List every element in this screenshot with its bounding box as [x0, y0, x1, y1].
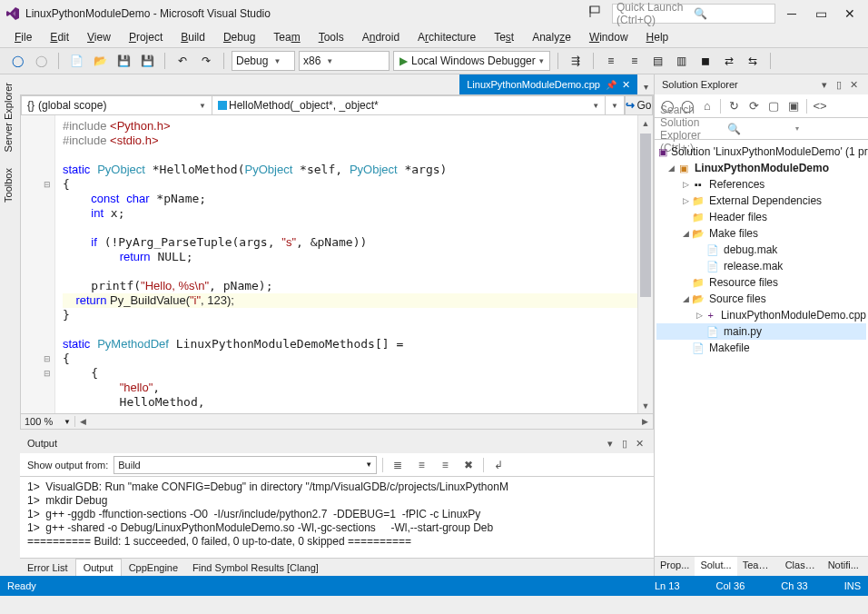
output-next-icon[interactable]: ≡ [436, 456, 454, 474]
save-icon[interactable]: 💾 [113, 51, 133, 71]
sol-sync-icon[interactable]: ↻ [725, 97, 743, 115]
tree-makefiles[interactable]: ◢📂Make files [656, 225, 866, 242]
zoom-combo[interactable]: 100 %▼ [21, 416, 75, 427]
maximize-button[interactable]: ▭ [808, 4, 833, 24]
output-close-icon[interactable]: ✕ [632, 438, 646, 450]
menu-build[interactable]: Build [173, 29, 212, 45]
scroll-up-icon[interactable]: ▲ [638, 115, 653, 131]
scroll-down-icon[interactable]: ▼ [638, 398, 653, 413]
server-explorer-tab[interactable]: Server Explorer [0, 74, 20, 160]
tb-indent-left-icon[interactable]: ≡ [601, 51, 621, 71]
menu-test[interactable]: Test [487, 29, 521, 45]
nav-spacer-dd[interactable]: ▼ [606, 96, 625, 114]
output-source-combo[interactable]: Build▼ [113, 456, 377, 474]
code-editor[interactable]: ⊟ ⊟⊟ #include <Python.h> #include <stdio… [21, 115, 653, 413]
config-combo[interactable]: Debug▼ [232, 51, 295, 71]
notification-flag-icon[interactable] [588, 5, 607, 23]
tree-sourcefiles[interactable]: ◢📂Source files [656, 291, 866, 307]
scroll-thumb[interactable] [640, 134, 651, 297]
tree-headerfiles[interactable]: 📁Header files [656, 209, 866, 225]
go-button[interactable]: ↪Go [625, 96, 652, 114]
menu-file[interactable]: File [7, 29, 39, 45]
output-text[interactable]: 1> VisualGDB: Run "make CONFIG=Debug" in… [20, 477, 654, 558]
tree-releasemak[interactable]: 📄release.mak [656, 258, 866, 274]
output-clear-icon[interactable]: ✖ [459, 456, 478, 474]
menu-tools[interactable]: Tools [311, 29, 351, 45]
tab-cppengine[interactable]: CppEngine [122, 560, 185, 576]
menu-help[interactable]: Help [639, 29, 676, 45]
tree-cppfile[interactable]: ▷+LinuxPythonModuleDemo.cpp [656, 307, 866, 323]
output-goto-icon[interactable]: ≣ [389, 456, 407, 474]
ptab-class[interactable]: Class... [780, 557, 823, 576]
sol-refresh-icon[interactable]: ⟳ [745, 97, 763, 115]
tab-output[interactable]: Output [75, 559, 122, 576]
solution-close-icon[interactable]: ✕ [846, 79, 861, 91]
menu-view[interactable]: View [80, 29, 118, 45]
ptab-notif[interactable]: Notifi... [823, 557, 864, 576]
menu-android[interactable]: Android [355, 29, 407, 45]
close-button[interactable]: ✕ [837, 4, 863, 24]
output-wrap-icon[interactable]: ↲ [489, 456, 508, 474]
tab-error-list[interactable]: Error List [20, 560, 75, 576]
tree-references[interactable]: ▷▪▪References [656, 176, 866, 193]
tree-resourcefiles[interactable]: 📁Resource files [656, 274, 866, 291]
output-pin-icon[interactable]: ▯ [617, 438, 632, 450]
nav-fwd-button[interactable]: ◯ [31, 51, 51, 71]
start-debug-button[interactable]: ▶Local Windows Debugger▾ [393, 51, 550, 71]
menu-edit[interactable]: Edit [43, 29, 76, 45]
sol-showall-icon[interactable]: ▢ [764, 97, 783, 115]
new-project-icon[interactable]: 📄 [66, 51, 86, 71]
menu-architecture[interactable]: Architecture [410, 29, 483, 45]
sol-collapse-icon[interactable]: ▣ [784, 97, 803, 115]
output-prev-icon[interactable]: ≡ [412, 456, 430, 474]
tab-close-icon[interactable]: ✕ [622, 79, 630, 91]
scope-selector[interactable]: {} (global scope)▼ [22, 96, 212, 114]
tb-icon-1[interactable]: ⇶ [566, 51, 586, 71]
tb-icon-6[interactable]: ⇄ [719, 51, 739, 71]
tree-solution-root[interactable]: ▣Solution 'LinuxPythonModuleDemo' (1 pro… [656, 144, 866, 160]
menu-team[interactable]: Team [266, 29, 307, 45]
tb-uncomment-icon[interactable]: ▥ [672, 51, 692, 71]
pin-icon[interactable]: 📌 [606, 80, 616, 90]
tree-extdeps[interactable]: ▷📁External Dependencies [656, 193, 866, 209]
sol-properties-icon[interactable]: <> [811, 97, 829, 115]
tree-mainpy[interactable]: 📄main.py [656, 323, 866, 340]
solution-tree[interactable]: ▣Solution 'LinuxPythonModuleDemo' (1 pro… [655, 140, 868, 556]
ptab-properties[interactable]: Prop... [655, 557, 695, 576]
undo-icon[interactable]: ↶ [173, 51, 192, 71]
menu-analyze[interactable]: Analyze [525, 29, 578, 45]
tree-makefile[interactable]: 📄Makefile [656, 340, 866, 356]
redo-icon[interactable]: ↷ [196, 51, 216, 71]
tab-find-results[interactable]: Find Symbol Results [Clang] [185, 560, 326, 576]
tree-debugmak[interactable]: 📄debug.mak [656, 242, 866, 258]
minimize-button[interactable]: ─ [779, 4, 804, 24]
output-dropdown-icon[interactable]: ▾ [603, 438, 617, 450]
tree-project[interactable]: ◢▣LinuxPythonModuleDemo [656, 160, 866, 176]
tb-icon-7[interactable]: ⇆ [743, 51, 763, 71]
ptab-team[interactable]: Team... [737, 557, 780, 576]
solution-pin-icon[interactable]: ▯ [832, 79, 846, 91]
nav-back-button[interactable]: ◯ [7, 51, 27, 71]
solution-search-input[interactable]: Search Solution Explorer (Ctrl+;) 🔍 ▾ [655, 118, 868, 140]
toolbox-tab[interactable]: Toolbox [0, 160, 20, 211]
member-selector[interactable]: HelloMethod(_object*, _object*▼ [212, 96, 606, 114]
tb-bookmark-icon[interactable]: ◼ [695, 51, 715, 71]
code-text[interactable]: #include <Python.h> #include <stdio.h> s… [55, 115, 637, 413]
ptab-solution[interactable]: Solut... [695, 557, 736, 576]
active-document-tab[interactable]: LinuxPythonModuleDemo.cpp 📌 ✕ [459, 74, 637, 94]
tab-dropdown-button[interactable]: ▾ [637, 78, 654, 94]
open-file-icon[interactable]: 📂 [90, 51, 110, 71]
save-all-icon[interactable]: 💾 [137, 51, 157, 71]
tb-comment-icon[interactable]: ▤ [648, 51, 668, 71]
tb-indent-right-icon[interactable]: ≡ [625, 51, 645, 71]
quick-launch-input[interactable]: Quick Launch (Ctrl+Q) 🔍 [612, 4, 775, 24]
solution-dropdown-icon[interactable]: ▾ [817, 79, 832, 91]
solution-explorer-panel: Solution Explorer ▾ ▯ ✕ ◯ ◯ ⌂ ↻ ⟳ ▢ ▣ <>… [654, 74, 868, 576]
menu-window[interactable]: Window [582, 29, 636, 45]
vertical-scrollbar[interactable]: ▲ ▼ [637, 115, 653, 413]
menu-debug[interactable]: Debug [216, 29, 262, 45]
menu-project[interactable]: Project [122, 29, 170, 45]
hscroll-left-icon[interactable]: ◀ [75, 417, 91, 426]
hscroll-right-icon[interactable]: ▶ [637, 417, 653, 426]
platform-combo[interactable]: x86▼ [299, 51, 390, 71]
